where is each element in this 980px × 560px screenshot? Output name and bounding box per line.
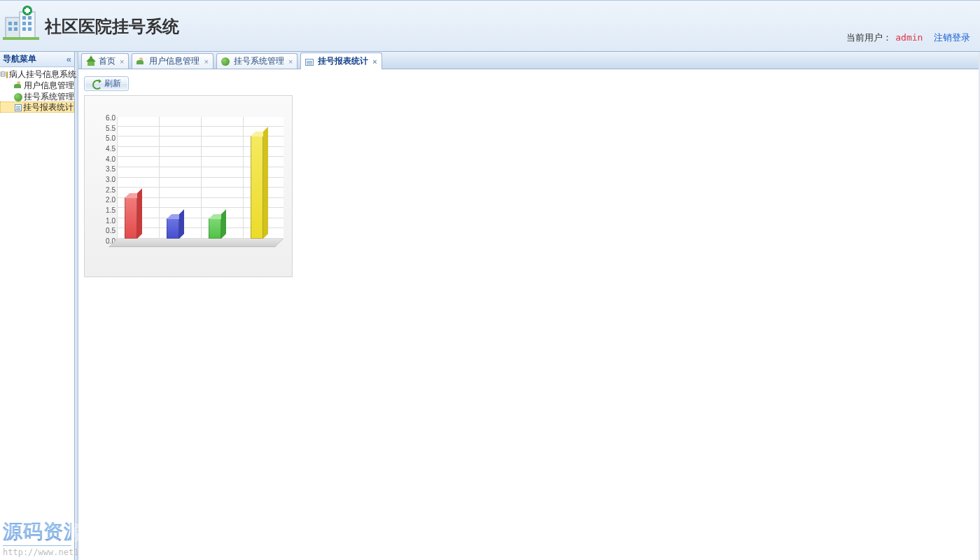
main-area: 导航菜单 « ⊟ 病人挂号信息系统 用户信息管理 挂号系统管理 挂号报表统计 <box>0 51 980 560</box>
chart-bar <box>125 197 137 239</box>
chart-bar <box>209 218 221 239</box>
current-user-label: 当前用户： <box>846 32 892 43</box>
svg-rect-6 <box>22 16 26 20</box>
tree-item-label: 挂号报表统计 <box>23 102 74 113</box>
y-tick-label: 5.5 <box>106 124 115 132</box>
svg-rect-15 <box>3 37 39 40</box>
y-tick-label: 0.5 <box>106 227 115 234</box>
tab-user-info[interactable]: 用户信息管理 × <box>132 53 213 69</box>
refresh-button[interactable]: 刷新 <box>84 76 129 91</box>
y-tick-label: 2.0 <box>106 196 115 204</box>
svg-rect-3 <box>8 27 12 31</box>
logout-link[interactable]: 注销登录 <box>934 32 970 43</box>
close-icon[interactable]: × <box>288 57 293 66</box>
folder-icon <box>6 71 8 78</box>
home-icon: + <box>86 57 96 66</box>
tab-registration[interactable]: 挂号系统管理 × <box>216 53 298 69</box>
world-icon <box>221 57 230 66</box>
header-user-area: 当前用户： admin 注销登录 <box>846 31 970 44</box>
tab-label: 挂号系统管理 <box>234 55 284 67</box>
y-tick-label: 3.0 <box>106 176 115 183</box>
report-icon <box>15 104 22 111</box>
sidebar-title: 导航菜单 <box>3 53 36 65</box>
tree-item-user-info[interactable]: 用户信息管理 <box>0 80 74 91</box>
app-title: 社区医院挂号系统 <box>45 15 179 38</box>
chart-bar <box>167 218 179 239</box>
refresh-icon <box>92 79 102 89</box>
brand-watermark: 源码资源网 <box>3 519 71 546</box>
svg-rect-14 <box>24 9 30 12</box>
content-area: + 首页 × 用户信息管理 × 挂号系统管理 × 挂号报表统计 × <box>78 52 980 560</box>
close-icon[interactable]: × <box>204 57 208 66</box>
y-tick-label: 2.5 <box>106 186 115 193</box>
sidebar-footer: 源码资源网 http://www.net188.com <box>3 519 71 557</box>
tab-body: 刷新 0.00.51.01.52.02.53.03.54.04.55.05.56… <box>78 69 980 560</box>
tree-root[interactable]: ⊟ 病人挂号信息系统 <box>0 69 74 80</box>
brand-url: http://www.net188.com <box>3 547 71 557</box>
sidebar: 导航菜单 « ⊟ 病人挂号信息系统 用户信息管理 挂号系统管理 挂号报表统计 <box>0 52 75 560</box>
user-icon <box>14 81 22 90</box>
hospital-icon <box>1 5 41 44</box>
tree-toggle-icon[interactable]: ⊟ <box>0 69 6 80</box>
current-user-name: admin <box>895 32 923 43</box>
report-icon <box>305 59 314 66</box>
tab-report[interactable]: 挂号报表统计 × <box>300 52 382 69</box>
y-tick-label: 1.5 <box>106 206 115 214</box>
y-tick-label: 6.0 <box>106 114 115 122</box>
y-tick-label: 3.5 <box>106 165 115 173</box>
tree-item-report[interactable]: 挂号报表统计 <box>0 102 74 113</box>
tabstrip: + 首页 × 用户信息管理 × 挂号系统管理 × 挂号报表统计 × <box>78 52 980 69</box>
y-tick-label: 4.5 <box>106 145 115 153</box>
svg-rect-4 <box>14 27 18 31</box>
sidebar-header: 导航菜单 « <box>0 52 74 67</box>
close-icon[interactable]: × <box>372 57 377 66</box>
y-tick-label: 4.0 <box>106 155 115 162</box>
chart-bar <box>251 136 263 239</box>
svg-rect-9 <box>28 22 31 25</box>
user-icon <box>136 57 145 66</box>
svg-rect-11 <box>28 27 31 31</box>
tab-label: 首页 <box>99 55 115 67</box>
svg-rect-8 <box>22 22 26 25</box>
tree-item-registration[interactable]: 挂号系统管理 <box>0 91 74 102</box>
tree-root-label: 病人挂号信息系统 <box>9 69 76 80</box>
tree-item-label: 挂号系统管理 <box>24 91 74 102</box>
svg-rect-1 <box>8 22 12 25</box>
sidebar-collapse-icon[interactable]: « <box>66 54 71 64</box>
header: 社区医院挂号系统 当前用户： admin 注销登录 <box>0 0 980 51</box>
nav-tree: ⊟ 病人挂号信息系统 用户信息管理 挂号系统管理 挂号报表统计 <box>0 67 74 112</box>
y-tick-label: 1.0 <box>106 216 115 224</box>
tab-home[interactable]: + 首页 × <box>81 53 129 69</box>
world-icon <box>14 93 22 102</box>
logo-block: 社区医院挂号系统 <box>0 1 980 51</box>
tab-label: 挂号报表统计 <box>318 55 368 67</box>
svg-rect-2 <box>14 22 18 25</box>
tree-item-label: 用户信息管理 <box>24 80 74 91</box>
report-chart: 0.00.51.01.52.02.53.03.54.04.55.05.56.0 <box>84 95 293 277</box>
chart-y-axis: 0.00.51.01.52.02.53.03.54.04.55.05.56.0 <box>102 117 117 239</box>
chart-floor <box>108 239 284 247</box>
svg-rect-10 <box>22 27 26 31</box>
refresh-label: 刷新 <box>104 78 121 90</box>
close-icon[interactable]: × <box>120 57 124 66</box>
tab-label: 用户信息管理 <box>149 55 200 67</box>
svg-rect-5 <box>20 12 35 38</box>
svg-rect-7 <box>28 16 31 20</box>
y-tick-label: 5.0 <box>106 134 115 142</box>
